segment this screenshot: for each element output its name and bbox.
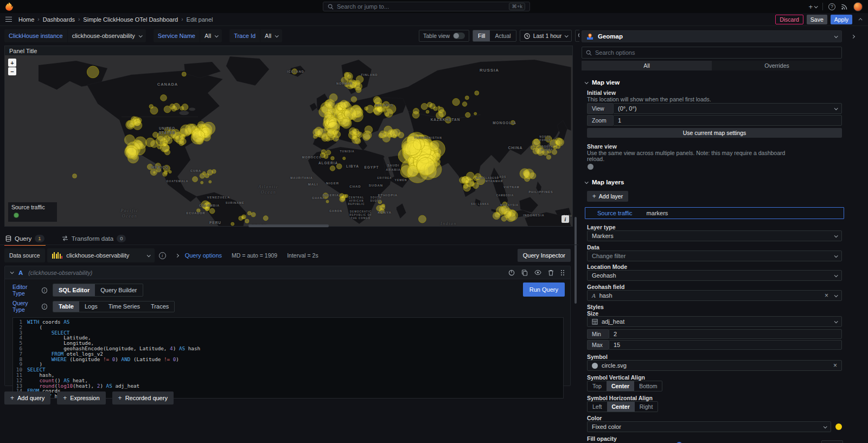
view-select[interactable]: (0°, 0°): [613, 103, 842, 114]
variable-value-dropdown[interactable]: clickhouse-observability: [68, 29, 146, 42]
variable-value-dropdown[interactable]: All: [260, 29, 282, 42]
discard-button[interactable]: Discard: [775, 15, 803, 24]
tab-transform-data[interactable]: Transform data 0: [61, 232, 127, 245]
breadcrumb-dashboards[interactable]: Dashboards: [43, 16, 75, 23]
variable-label: Service Name: [154, 29, 200, 42]
table-view-toggle[interactable]: [453, 33, 465, 39]
min-input[interactable]: 2: [609, 329, 842, 339]
vertical-scrollbar[interactable]: [575, 217, 577, 304]
symbol-select[interactable]: circle.svg ×: [587, 360, 842, 371]
use-current-map-settings-button[interactable]: Use current map settings: [587, 128, 842, 138]
circle-symbol-icon: [592, 363, 598, 369]
table-option[interactable]: Table: [53, 301, 79, 312]
visualization-picker[interactable]: Geomap: [582, 30, 842, 42]
time-range-picker[interactable]: Last 1 hour: [520, 30, 572, 42]
apply-button[interactable]: Apply: [831, 15, 852, 24]
geohash-field-select[interactable]: A hash ×: [587, 290, 842, 301]
sql-code-editor[interactable]: 1WITH coords AS2 (3 SELECT4 Latitude,5 L…: [12, 317, 564, 399]
datasource-help-icon[interactable]: i: [159, 252, 166, 259]
fill-opacity-value[interactable]: 0.4: [821, 440, 843, 443]
time-series-option[interactable]: Time Series: [103, 301, 145, 312]
recorded-query-button[interactable]: +Recorded query: [112, 391, 174, 405]
center-option[interactable]: Center: [607, 381, 634, 391]
stats-icon[interactable]: [508, 269, 515, 276]
save-button[interactable]: Save: [807, 15, 827, 24]
top-option[interactable]: Top: [588, 381, 607, 391]
symbol-vertical-align-label: Symbol Vertical Align: [587, 374, 645, 381]
collapse-pane-button[interactable]: [846, 30, 859, 42]
variable-trace-id: Trace Id All: [229, 29, 282, 42]
layer-item-source-traffic[interactable]: Source traffic markers: [585, 207, 844, 219]
logs-option[interactable]: Logs: [79, 301, 103, 312]
horizontal-scrollbar[interactable]: [248, 224, 329, 227]
size-field-select[interactable]: adj_heat: [587, 316, 842, 327]
chevron-down-icon: [275, 34, 279, 37]
clear-icon[interactable]: ×: [833, 362, 837, 369]
sql-editor-option[interactable]: SQL Editor: [53, 284, 95, 296]
panel-title[interactable]: Panel Title: [5, 46, 572, 55]
right-option[interactable]: Right: [635, 402, 658, 412]
variable-value-dropdown[interactable]: All: [200, 29, 222, 42]
breadcrumb-bar: Home › Dashboards › Simple ClickHouse OT…: [0, 13, 868, 26]
options-filter-tabs: All Overrides: [582, 61, 842, 70]
max-data-points-text: MD = auto = 1909: [232, 252, 277, 259]
breadcrumb-dashboard-name[interactable]: Simple ClickHouse OTel Dashboard: [83, 16, 178, 23]
grafana-logo[interactable]: [4, 2, 14, 11]
news-icon[interactable]: [841, 3, 848, 10]
chevron-right-icon: [175, 253, 179, 257]
bottom-option[interactable]: Bottom: [634, 381, 662, 391]
menu-icon[interactable]: [5, 17, 12, 22]
query-options-toggle[interactable]: Query options: [185, 252, 222, 259]
help-icon[interactable]: ?: [828, 3, 835, 10]
color-select[interactable]: Fixed color: [587, 421, 831, 432]
map-zoom-out-button[interactable]: −: [8, 67, 16, 75]
eye-icon[interactable]: [534, 269, 541, 275]
actual-option[interactable]: Actual: [490, 30, 515, 41]
datasource-picker[interactable]: clickhouse-observability: [47, 248, 155, 262]
query-inspector-button[interactable]: Query Inspector: [518, 249, 571, 262]
tab-all[interactable]: All: [582, 61, 712, 70]
clear-icon[interactable]: ×: [825, 292, 828, 299]
drag-handle-icon[interactable]: [560, 269, 565, 276]
options-search-input[interactable]: Search options: [582, 47, 842, 59]
breadcrumb-home[interactable]: Home: [18, 16, 34, 23]
info-icon[interactable]: i: [42, 304, 47, 310]
add-layer-button[interactable]: +Add layer: [587, 191, 628, 202]
run-query-button[interactable]: Run Query: [523, 283, 565, 297]
grafana-edit-panel: Search or jump to... ⌘+k + ? Home › Dash…: [0, 0, 868, 443]
zoom-input[interactable]: 1: [613, 115, 842, 126]
section-map-layers[interactable]: Map layers: [585, 179, 624, 185]
editor-tabs: Query 1 Transform data 0: [4, 232, 127, 245]
datasource-row: Data source clickhouse-observability i Q…: [4, 248, 571, 262]
global-search-input[interactable]: Search or jump to... ⌘+k: [323, 2, 530, 11]
initial-view-description: This location will show when the panel f…: [587, 96, 711, 102]
copy-icon[interactable]: [521, 269, 528, 276]
collapse-top-icon[interactable]: [859, 18, 863, 22]
color-swatch[interactable]: [835, 423, 842, 430]
fill-option[interactable]: Fill: [473, 30, 490, 41]
location-mode-select[interactable]: Geohash: [587, 270, 842, 281]
user-avatar[interactable]: [853, 2, 863, 11]
tab-overrides[interactable]: Overrides: [712, 61, 842, 70]
share-view-description-2: reload.: [587, 156, 604, 162]
new-menu-button[interactable]: +: [808, 3, 817, 11]
query-row-header[interactable]: A (clickhouse-observability): [5, 266, 570, 279]
add-query-button[interactable]: +Add query: [4, 391, 50, 405]
data-filter-select[interactable]: Change filter: [587, 251, 842, 261]
tab-query[interactable]: Query 1: [4, 232, 46, 245]
world-map[interactable]: RUSSIACANADAUNITEDSTATESMEXICOCUBAGUATEM…: [5, 55, 572, 226]
query-builder-option[interactable]: Query Builder: [95, 284, 142, 296]
section-map-view[interactable]: Map view: [585, 79, 620, 86]
left-option[interactable]: Left: [588, 402, 607, 412]
collapse-query-icon[interactable]: [10, 270, 14, 274]
traces-option[interactable]: Traces: [145, 301, 174, 312]
expression-button[interactable]: +Expression: [57, 391, 105, 405]
map-zoom-in-button[interactable]: +: [8, 59, 16, 67]
trash-icon[interactable]: [548, 269, 554, 276]
map-attribution-button[interactable]: i: [561, 215, 569, 223]
layer-type-select[interactable]: Markers: [587, 230, 842, 241]
info-icon[interactable]: i: [42, 287, 47, 293]
center-option[interactable]: Center: [607, 402, 635, 412]
string-field-icon: A: [592, 292, 596, 299]
max-input[interactable]: 15: [609, 340, 842, 350]
